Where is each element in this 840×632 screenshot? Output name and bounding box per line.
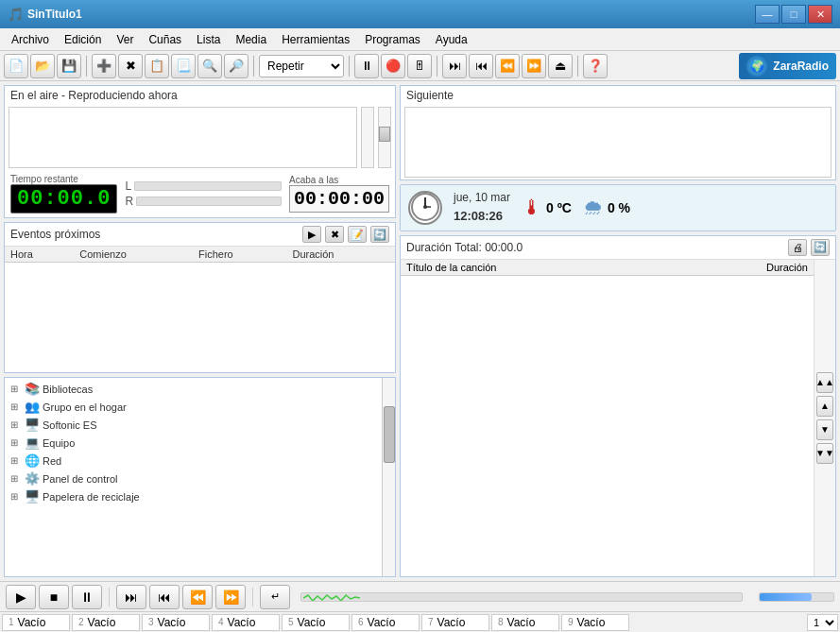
transport-rewind[interactable]: ⏪: [182, 585, 213, 609]
volume-bar[interactable]: [759, 592, 834, 602]
progress-area[interactable]: [300, 592, 743, 602]
events-play-btn[interactable]: ▶: [302, 226, 321, 243]
new-button[interactable]: 📄: [4, 54, 28, 78]
status-item[interactable]: 4Vacío: [212, 614, 280, 631]
find-button[interactable]: 🔎: [224, 54, 249, 78]
transport-special[interactable]: ↵: [260, 585, 290, 609]
rain-icon: 🌧: [583, 196, 604, 220]
fx-btn[interactable]: 🎚: [407, 54, 432, 78]
tree-item[interactable]: ⊞ 🖥️ Papelera de reciclaje: [7, 487, 380, 505]
playlist-arrow-down[interactable]: ▼: [816, 419, 833, 440]
status-item[interactable]: 8Vacío: [491, 614, 559, 631]
transport-pause[interactable]: ⏸: [72, 585, 102, 609]
status-label: Vacío: [88, 616, 116, 629]
status-item[interactable]: 1Vacío: [2, 614, 70, 631]
delete-button[interactable]: ✖: [118, 54, 143, 78]
events-title: Eventos próximos: [10, 228, 299, 241]
skip-btn[interactable]: ⏭: [442, 54, 467, 78]
separator-1: [86, 56, 87, 77]
end-btn[interactable]: ⏏: [548, 54, 573, 78]
tree-item[interactable]: ⊞ 👥 Grupo en el hogar: [7, 398, 380, 416]
tree-expander: ⊞: [10, 455, 22, 466]
menu-programas[interactable]: Programas: [357, 31, 428, 48]
onair-title: En el aire - Reproduciendo ahora: [10, 89, 178, 102]
copy-button[interactable]: 📋: [145, 54, 169, 78]
menu-ver[interactable]: Ver: [109, 31, 141, 48]
onair-text-area[interactable]: [9, 107, 357, 168]
transport-next[interactable]: ⏭: [116, 585, 146, 609]
menu-edicion[interactable]: Edición: [57, 31, 109, 48]
tiempo-restante-label: Tiempo restante: [10, 174, 117, 184]
status-item[interactable]: 5Vacío: [282, 614, 350, 631]
menu-cunas[interactable]: Cuñas: [141, 31, 189, 48]
date-time-text: jue, 10 mar 12:08:26: [454, 189, 510, 227]
titlebar: 🎵 SinTitulo1 — □ ✕: [0, 0, 840, 28]
close-button[interactable]: ✕: [808, 5, 832, 24]
tiempo-restante-display: 00:00.0: [10, 184, 117, 214]
status-item[interactable]: 6Vacío: [351, 614, 420, 631]
acaba-block: Acaba a las 00:00:00: [289, 175, 389, 213]
menu-ayuda[interactable]: Ayuda: [428, 31, 475, 48]
status-num: 6: [358, 617, 364, 627]
status-item[interactable]: 2Vacío: [72, 614, 140, 631]
status-label: Vacío: [437, 616, 466, 629]
tree-item[interactable]: ⊞ 💻 Equipo: [7, 434, 380, 452]
onair-scrollbar[interactable]: [361, 107, 374, 168]
add-button[interactable]: ➕: [92, 54, 116, 78]
onair-body: [5, 105, 395, 170]
status-item[interactable]: 7Vacío: [421, 614, 489, 631]
minimize-button[interactable]: —: [755, 5, 780, 24]
status-select[interactable]: 1: [807, 614, 838, 631]
rec-btn[interactable]: 🔴: [381, 54, 405, 78]
status-item[interactable]: 3Vacío: [142, 614, 210, 631]
tree-item-icon: 💻: [25, 436, 40, 450]
save-button[interactable]: 💾: [57, 54, 81, 78]
events-edit-btn[interactable]: 📝: [348, 226, 367, 243]
status-num: 5: [288, 617, 294, 627]
play-list-btn[interactable]: ⏸: [354, 54, 379, 78]
status-item[interactable]: 9Vacío: [561, 614, 629, 631]
thermo-icon: 🌡: [522, 196, 542, 220]
tree-item[interactable]: ⊞ 🖥️ Softonic ES: [7, 416, 380, 434]
paste-button[interactable]: 📃: [171, 54, 196, 78]
events-refresh-btn[interactable]: 🔄: [370, 226, 389, 243]
events-col-fichero: Fichero: [193, 247, 286, 263]
search-button[interactable]: 🔍: [197, 54, 222, 78]
transport-prev[interactable]: ⏮: [149, 585, 180, 609]
playlist-print-btn[interactable]: 🖨: [788, 239, 807, 256]
temp-text: 0 ºC: [546, 200, 572, 215]
mode-dropdown[interactable]: Repetir Normal Aleatorio: [259, 55, 344, 77]
open-button[interactable]: 📂: [30, 54, 55, 78]
siguiente-section: Siguiente: [400, 85, 836, 180]
transport-stop[interactable]: ■: [39, 585, 69, 609]
playlist-arrow-top[interactable]: ▲▲: [816, 372, 833, 393]
tree-expander: ⊞: [10, 384, 22, 394]
siguiente-header: Siguiente: [401, 86, 835, 105]
transport-sep-2: [252, 588, 253, 606]
menu-media[interactable]: Media: [228, 31, 274, 48]
onair-header: En el aire - Reproduciendo ahora: [5, 86, 395, 105]
time-row: Tiempo restante 00:00.0 L R: [5, 170, 395, 217]
playlist-refresh-btn[interactable]: 🔄: [811, 239, 830, 256]
help-btn[interactable]: ❓: [583, 54, 608, 78]
prev-btn[interactable]: ⏮: [469, 54, 493, 78]
rw-btn[interactable]: ⏪: [495, 54, 520, 78]
tree-item[interactable]: ⊞ 🌐 Red: [7, 452, 380, 470]
playlist-arrow-up[interactable]: ▲: [816, 396, 833, 417]
maximize-button[interactable]: □: [781, 5, 806, 24]
events-stop-btn[interactable]: ✖: [325, 226, 344, 243]
fw-btn[interactable]: ⏩: [522, 54, 546, 78]
menu-lista[interactable]: Lista: [189, 31, 228, 48]
volume-fill: [760, 593, 812, 601]
acaba-display: 00:00:00: [289, 185, 389, 213]
transport-forward[interactable]: ⏩: [215, 585, 246, 609]
volume-slider[interactable]: [378, 107, 391, 168]
separator-4: [437, 56, 437, 77]
tree-scrollbar[interactable]: [382, 378, 395, 576]
playlist-arrow-bottom[interactable]: ▼▼: [816, 443, 833, 464]
menu-herramientas[interactable]: Herramientas: [274, 31, 357, 48]
transport-play[interactable]: ▶: [6, 585, 36, 609]
tree-item[interactable]: ⊞ ⚙️ Panel de control: [7, 470, 380, 487]
tree-item[interactable]: ⊞ 📚 Bibliotecas: [7, 380, 380, 398]
menu-archivo[interactable]: Archivo: [4, 31, 57, 48]
